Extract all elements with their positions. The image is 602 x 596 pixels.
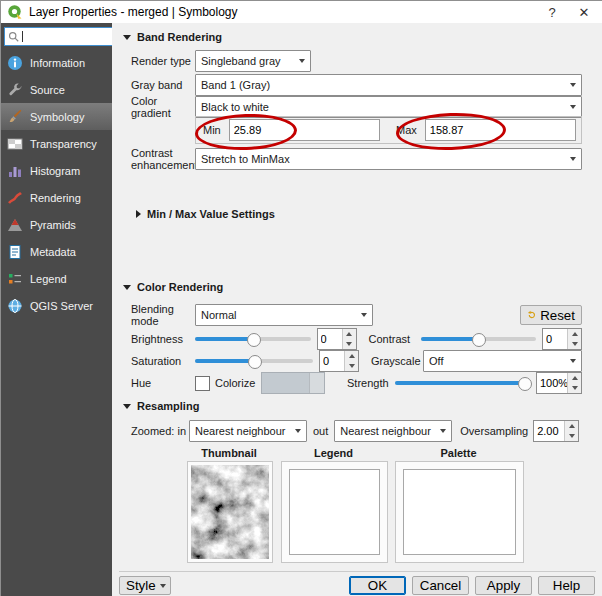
sidebar-item-source[interactable]: Source [1,76,112,103]
chevron-down-icon [361,313,367,317]
render-type-combo[interactable]: Singleband gray [195,50,311,72]
collapse-arrow-icon [123,285,131,290]
chevron-down-icon [440,429,446,433]
chevron-down-icon [570,83,576,87]
spin-arrows[interactable] [342,329,356,349]
section-title: Color Rendering [137,281,223,293]
contrast-label: Contrast [369,333,421,345]
sidebar-item-rendering[interactable]: Rendering [1,184,112,211]
saturation-grayscale-row: Saturation Grayscale Off [131,350,582,372]
slider-handle[interactable] [247,333,261,347]
server-icon [7,298,23,314]
zoomed-out-combo[interactable]: Nearest neighbour [334,420,452,442]
contrast-value-input[interactable] [543,329,567,349]
saturation-slider[interactable] [195,353,313,369]
metadata-icon [7,244,23,260]
colorize-checkbox[interactable] [195,376,210,391]
slider-handle[interactable] [472,333,486,347]
minmax-row: Min Max [131,117,582,143]
zoomed-in-label: Zoomed: in [131,425,189,437]
color-swatch [262,373,309,393]
colorize-color-button[interactable] [261,372,325,394]
resampling-row: Zoomed: in Nearest neighbour out Nearest… [131,420,582,442]
section-title: Resampling [137,400,199,412]
chevron-down-icon [570,157,576,161]
pyramid-icon [7,217,23,233]
apply-button[interactable]: Apply [475,576,532,595]
color-gradient-row: Color gradient Black to white [131,96,582,118]
min-value-input[interactable] [230,124,379,136]
spin-arrows[interactable] [567,329,581,349]
brightness-value-input[interactable] [318,329,342,349]
help-button[interactable]: Help [538,576,595,595]
sidebar-item-pyramids[interactable]: Pyramids [1,211,112,238]
grayscale-combo[interactable]: Off [423,350,582,372]
blending-mode-combo[interactable]: Normal [195,304,373,326]
out-label: out [313,425,328,437]
brightness-slider[interactable] [195,331,311,347]
contrast-enhancement-row: Contrast enhancement Stretch to MinMax [131,147,582,171]
sidebar-item-histogram[interactable]: Histogram [1,157,112,184]
brightness-spinbox[interactable] [317,328,357,350]
legend-preview-box [289,469,380,555]
max-value-input[interactable] [426,124,575,136]
sidebar-item-label: Histogram [30,165,80,177]
sidebar-item-metadata[interactable]: Metadata [1,238,112,265]
sidebar-search-input[interactable] [4,27,117,46]
zoomed-in-combo[interactable]: Nearest neighbour [189,420,307,442]
legend-label: Legend [281,447,386,459]
close-window-button[interactable]: ✕ [571,5,597,20]
qgis-logo-icon [7,4,23,20]
brightness-label: Brightness [131,333,195,345]
contrast-spinbox[interactable] [542,328,582,350]
spin-arrows[interactable] [564,421,578,441]
cancel-button[interactable]: Cancel [412,576,469,595]
combo-value: Singleband gray [201,55,295,67]
oversampling-value-input[interactable] [534,421,564,441]
minmax-settings-header[interactable]: Min / Max Value Settings [136,208,275,220]
style-menu-button[interactable]: Style [119,576,171,595]
ok-button[interactable]: OK [349,576,406,595]
chevron-down-icon [570,105,576,109]
sidebar-item-label: Metadata [30,246,76,258]
min-value-field-wrap [229,119,380,141]
contrast-slider[interactable] [421,331,537,347]
thumbnail-label: Thumbnail [187,447,271,459]
sidebar-item-label: Information [30,57,85,69]
oversampling-spinbox[interactable] [533,420,579,442]
title-bar: Layer Properties - merged | Symbology ? … [1,1,602,23]
palette-label: Palette [395,447,522,459]
spin-arrows[interactable] [567,373,581,393]
band-rendering-header[interactable]: Band Rendering [123,31,222,43]
render-type-label: Render type [131,55,195,67]
combo-value: Off [429,355,566,367]
palette-preview-box [403,469,516,555]
sidebar-item-legend[interactable]: Legend [1,265,112,292]
help-window-button[interactable]: ? [539,5,565,20]
blending-mode-label: Blending mode [131,303,195,327]
contrast-enhancement-combo[interactable]: Stretch to MinMax [195,148,582,170]
slider-handle[interactable] [248,355,262,369]
strength-spinbox[interactable] [536,372,582,394]
resampling-header[interactable]: Resampling [123,400,199,412]
legend-preview [281,461,388,563]
gray-band-combo[interactable]: Band 1 (Gray) [195,74,582,96]
strength-slider[interactable] [395,375,530,391]
combo-value: Nearest neighbour [195,425,291,437]
sidebar-item-information[interactable]: Information [1,49,112,76]
sidebar-item-symbology[interactable]: Symbology [1,103,112,130]
strength-value-input[interactable] [537,373,567,393]
sidebar-item-qgis-server[interactable]: QGIS Server [1,292,112,319]
slider-handle[interactable] [518,377,532,391]
saturation-value-input[interactable] [320,351,344,371]
combo-value: Black to white [201,101,566,113]
saturation-spinbox[interactable] [319,350,359,372]
sidebar: Information Source Symbology [1,23,112,596]
sidebar-item-label: Source [30,84,65,96]
color-gradient-combo[interactable]: Black to white [195,96,582,118]
spin-arrows[interactable] [344,351,358,371]
sidebar-item-transparency[interactable]: Transparency [1,130,112,157]
color-gradient-label: Color gradient [131,95,195,119]
color-rendering-header[interactable]: Color Rendering [123,281,223,293]
reset-button[interactable]: Reset [520,305,582,325]
